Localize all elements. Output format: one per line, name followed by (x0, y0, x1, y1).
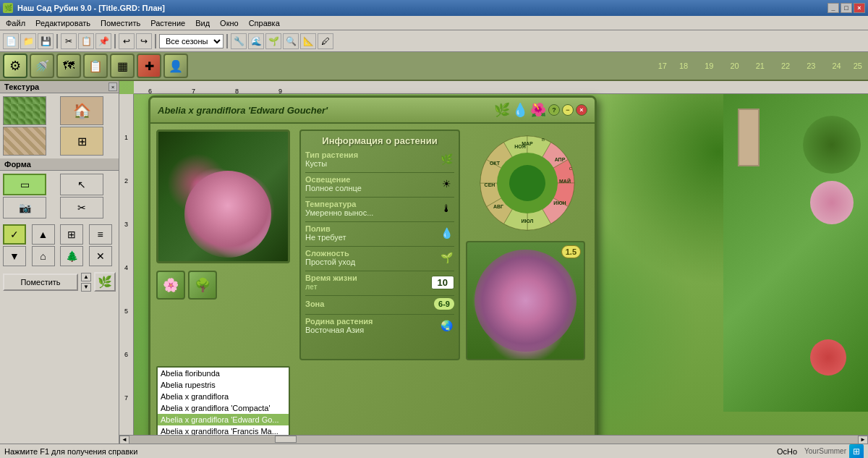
dialog-min-btn[interactable]: − (562, 104, 574, 116)
ruler-mark-25: 25 (851, 62, 865, 70)
month-c: С (569, 166, 573, 171)
open-button[interactable]: 📁 (20, 33, 36, 49)
tool-up[interactable]: ▲ (32, 224, 55, 245)
tb2-cross[interactable]: ✚ (137, 54, 161, 78)
dialog-help-btn[interactable]: ? (548, 104, 560, 116)
place-button[interactable]: Поместить (3, 273, 78, 291)
ruler-left: 1 2 3 4 5 6 7 (119, 94, 134, 435)
tb2-grid[interactable]: ▦ (110, 54, 135, 78)
tb2-settings[interactable]: ⚙ (3, 54, 27, 78)
tool3[interactable]: 🌱 (265, 33, 281, 49)
tool-house2[interactable]: ⌂ (32, 246, 55, 266)
cut-button[interactable]: ✂ (61, 33, 77, 49)
scroll-up[interactable]: ▲ (81, 273, 91, 281)
menu-edit[interactable]: Редактировать (31, 18, 95, 28)
garden-canvas[interactable]: 6 7 8 9 1 2 3 4 5 6 7 Abelia (119, 81, 868, 435)
status-coords: OcHo (777, 447, 797, 456)
dialog-icon-1[interactable]: 🌿 (494, 102, 510, 118)
shape-scissors[interactable]: ✂ (60, 197, 103, 219)
tool2[interactable]: 🌊 (248, 33, 264, 49)
sep4 (226, 34, 228, 48)
tb2-water[interactable]: 🚿 (30, 54, 54, 78)
menu-plant[interactable]: Растение (146, 18, 190, 28)
left-panel: × Текстура 🏠 ⊞ Форма ▭ ↖ 📷 ✂ ✓ ▲ ⊞ ≡ ▼ ⌂… (0, 81, 119, 458)
menu-window[interactable]: Окно (216, 18, 243, 28)
ruler-mark-22: 22 (774, 62, 797, 70)
tool-cross2[interactable]: ✕ (89, 246, 112, 266)
plant-item-2[interactable]: Abelia x grandiflora (158, 391, 289, 402)
tool-tree[interactable]: 🌲 (60, 246, 83, 266)
tool-check[interactable]: ✓ (3, 224, 26, 245)
bloom-calendar: МАР АПР МАЙ ИЮН ИЮЛ АВГ СЕН ОКТ НОЯ В (477, 132, 578, 234)
info-section-title: Информация о растении (305, 135, 454, 146)
dialog-close-btn[interactable]: × (576, 104, 587, 116)
copy-button[interactable]: 📋 (78, 33, 94, 49)
redo-button[interactable]: ↪ (136, 33, 152, 49)
type-icon: 🌿 (438, 151, 454, 167)
plant-item-0[interactable]: Abelia floribunda (158, 368, 289, 379)
new-button[interactable]: 📄 (3, 33, 19, 49)
hscroll-thumb[interactable] (275, 436, 297, 443)
season-select[interactable]: Все сезоны (159, 34, 224, 48)
ruler-left-4: 4 (124, 264, 128, 271)
tool6[interactable]: 🖊 (318, 33, 333, 49)
tool-grid-2[interactable]: ⊞ (60, 224, 83, 245)
texture-fence[interactable]: ⊞ (60, 127, 103, 156)
dialog-title-text: Abelia x grandiflora 'Edward Goucher' (158, 105, 328, 116)
info-home-col: Родина растения Восточная Азия (305, 317, 434, 334)
menu-help[interactable]: Справка (244, 18, 284, 28)
menu-place[interactable]: Поместить (96, 18, 145, 28)
shape-cursor[interactable]: ↖ (60, 174, 103, 195)
month-sep: СЕН (485, 182, 495, 187)
divider-1 (305, 172, 454, 173)
tool1[interactable]: 🔧 (231, 33, 247, 49)
close-button[interactable]: × (854, 3, 865, 13)
save-button[interactable]: 💾 (38, 33, 54, 49)
plant-icons-row: 🌸 🌳 (156, 268, 294, 302)
plant-tree-icon[interactable]: 🌳 (188, 271, 217, 300)
complex-icon: 🌱 (438, 250, 454, 266)
hscroll-left[interactable]: ◄ (119, 436, 129, 444)
tool-lines[interactable]: ≡ (89, 224, 112, 245)
menu-file[interactable]: Файл (1, 18, 30, 28)
lifetime-value: 10 (431, 276, 454, 289)
texture-house[interactable]: 🏠 (60, 96, 103, 125)
minimize-button[interactable]: _ (827, 3, 839, 13)
left-panel-close[interactable]: × (109, 82, 117, 91)
scroll-down[interactable]: ▼ (81, 283, 91, 292)
plant-list-column: Abelia floribunda Abelia rupestris Abeli… (156, 366, 461, 435)
tb2-person[interactable]: 👤 (163, 54, 188, 78)
tool5[interactable]: 📐 (300, 33, 316, 49)
dialog-icon-3[interactable]: 🌺 (530, 102, 546, 118)
tool4[interactable]: 🔍 (283, 33, 299, 49)
hscroll-right[interactable]: ► (858, 436, 868, 444)
info-zone-col: Зона (305, 300, 430, 308)
divider-4 (305, 246, 454, 247)
water-icon: 💧 (438, 225, 454, 241)
plant-item-4[interactable]: Abelia x grandiflora 'Edward Go... (158, 414, 289, 425)
titlebar-controls[interactable]: _ □ × (827, 3, 865, 13)
divider-3 (305, 221, 454, 222)
dialog-body: 🌸 🌳 Информация о растении Тип растения К… (150, 124, 595, 366)
plant-flower-icon[interactable]: 🌸 (156, 271, 185, 300)
plant-list[interactable]: Abelia floribunda Abelia rupestris Abeli… (156, 366, 290, 435)
undo-button[interactable]: ↩ (119, 33, 135, 49)
hscroll-track[interactable] (129, 436, 858, 444)
menu-view[interactable]: Вид (191, 18, 214, 28)
texture-path[interactable] (3, 127, 46, 156)
temp-label: Температура (305, 200, 434, 208)
tb2-doc[interactable]: 📋 (83, 54, 108, 78)
maximize-button[interactable]: □ (841, 3, 852, 13)
texture-grass[interactable] (3, 96, 46, 125)
dialog-icon-2[interactable]: 💧 (512, 102, 528, 118)
shape-rect[interactable]: ▭ (3, 174, 46, 195)
tool-down[interactable]: ▼ (3, 246, 26, 266)
plant-item-5[interactable]: Abelia x grandiflora 'Francis Ma... (158, 425, 289, 435)
plant-item-3[interactable]: Abelia x grandiflora 'Compacta' (158, 402, 289, 414)
plant-icon-btn[interactable]: 🌿 (94, 272, 116, 292)
complex-label: Сложность (305, 249, 434, 258)
paste-button[interactable]: 📌 (95, 33, 111, 49)
plant-item-1[interactable]: Abelia rupestris (158, 379, 289, 391)
tb2-map[interactable]: 🗺 (56, 54, 81, 78)
shape-camera[interactable]: 📷 (3, 197, 46, 219)
